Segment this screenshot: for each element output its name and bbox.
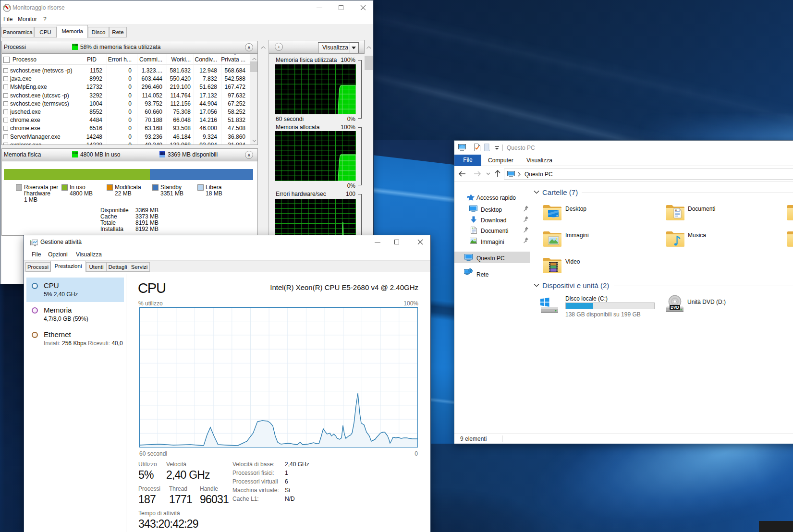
svg-text:DVD: DVD bbox=[671, 305, 679, 310]
svg-text:A: A bbox=[674, 209, 677, 212]
